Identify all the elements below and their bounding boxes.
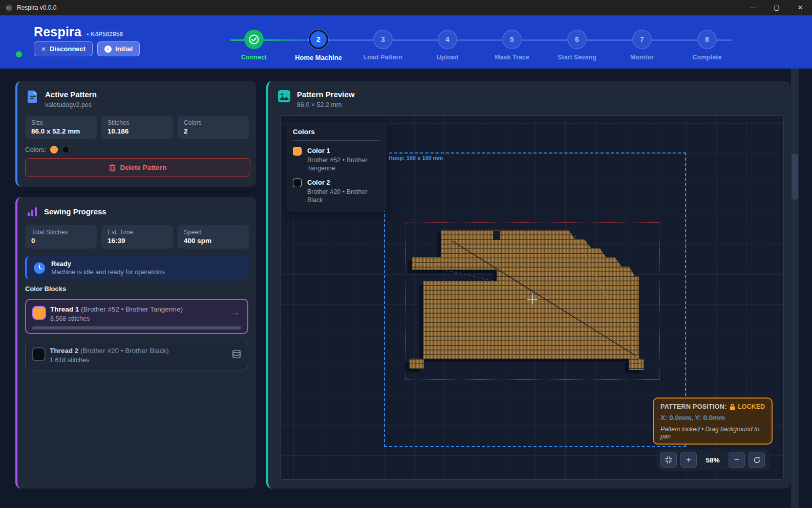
- maximize-button[interactable]: ▢: [765, 0, 788, 15]
- step-home-circle: 2: [309, 30, 328, 49]
- pattern-filename: valetudogv2.pes: [45, 101, 97, 108]
- position-coords: X: 0.0mm, Y: 0.0mm: [660, 414, 765, 422]
- window-controls: — ▢ ✕: [741, 0, 812, 15]
- thread-1-stitches: 8.568 stitches: [50, 315, 90, 322]
- document-icon: [27, 90, 38, 103]
- legend-entry-2: Color 2 Brother #20 • Brother Black: [293, 179, 380, 204]
- thread-1-swatch: [32, 306, 46, 320]
- window-titlebar: ⚙ Respira v0.0.0 — ▢ ✕: [0, 0, 812, 15]
- lock-icon: [730, 404, 735, 410]
- fit-view-button[interactable]: [660, 452, 677, 468]
- legend-swatch-2: [293, 179, 302, 187]
- minimize-button[interactable]: —: [741, 0, 765, 15]
- brand-title: Respira: [34, 25, 81, 39]
- machine-status-banner: Ready Machine is idle and ready for oper…: [25, 256, 249, 279]
- app-header: Respira • K4P502956 ✕ Disconnect ✓ Initi…: [0, 15, 812, 69]
- colors-legend: Colors Color 1 Brother #52 • Brother Tan…: [286, 122, 387, 212]
- status-desc: Machine is idle and ready for operations: [51, 269, 165, 276]
- zoom-level: 58%: [700, 456, 725, 464]
- stat-stitches: Stitches 10.186: [101, 116, 173, 139]
- scrollbar-thumb[interactable]: [792, 153, 798, 200]
- check-circle-icon: [248, 34, 260, 45]
- app-icon: ⚙: [5, 4, 13, 12]
- workflow-stepper: Connect 2 Home Machine 3 Load Pattern 4 …: [230, 15, 732, 69]
- stat-total-stitches: Total Stitches 0: [25, 225, 97, 249]
- image-icon: [278, 90, 290, 102]
- sewing-progress-card: Sewing Progress Total Stitches 0 Est. Ti…: [15, 197, 256, 489]
- clock-icon: [34, 262, 45, 274]
- zoom-toolbar: + 58% −: [657, 449, 771, 471]
- zoom-out-button[interactable]: −: [729, 452, 745, 468]
- pattern-preview-dims: 86.0 × 52.2 mm: [297, 101, 355, 108]
- close-icon: ✕: [41, 46, 46, 53]
- step-load-pattern[interactable]: 3 Load Pattern: [352, 30, 414, 61]
- close-button[interactable]: ✕: [788, 0, 812, 15]
- arrow-right-icon: →: [230, 307, 240, 318]
- pattern-preview-title: Pattern Preview: [297, 90, 355, 99]
- pattern-preview-card: Pattern Preview 86.0 × 52.2 mm Hoop: 100…: [266, 81, 791, 489]
- sewing-stats: Total Stitches 0 Est. Time 16:39 Speed 4…: [25, 225, 249, 249]
- layers-icon: [232, 349, 241, 359]
- thread-2-swatch: [32, 347, 46, 361]
- stat-size: Size 86.0 x 52.2 mm: [25, 116, 97, 139]
- thread-1-progress: [32, 326, 241, 329]
- locked-badge: LOCKED: [730, 403, 765, 410]
- step-monitor[interactable]: 7 Monitor: [611, 30, 673, 61]
- app-root: ⚙ Respira v0.0.0 — ▢ ✕ Respira • K4P5029…: [0, 0, 812, 508]
- active-pattern-card: Active Pattern valetudogv2.pes Size 86.0…: [15, 81, 256, 187]
- bar-chart-icon: [27, 206, 37, 217]
- active-pattern-title: Active Pattern: [45, 90, 97, 99]
- legend-swatch-1: [293, 147, 302, 156]
- check-circle-icon: ✓: [104, 46, 112, 53]
- trash-icon: [109, 164, 116, 171]
- zoom-in-button[interactable]: +: [680, 452, 697, 468]
- pattern-position-overlay: PATTERN POSITION: LOCKED X: 0.0mm, Y: 0.…: [653, 397, 773, 445]
- scrollbar-track[interactable]: [791, 69, 799, 508]
- preview-canvas[interactable]: Hoop: 100 x 100 mm: [280, 115, 784, 480]
- color-swatch-2: [62, 146, 70, 153]
- step-connect[interactable]: Connect: [223, 30, 285, 61]
- thread-1-block[interactable]: Thread 1 (Brother #52 • Brother Tangerin…: [25, 299, 248, 334]
- reset-view-button[interactable]: [749, 452, 765, 468]
- header-buttons: ✕ Disconnect ✓ Initial: [34, 41, 140, 56]
- status-title: Ready: [51, 260, 165, 268]
- legend-entry-1: Color 1 Brother #52 • Brother Tangerine: [293, 147, 380, 172]
- initial-button[interactable]: ✓ Initial: [97, 41, 140, 56]
- step-home-machine[interactable]: 2 Home Machine: [288, 30, 349, 61]
- pattern-colors-row: Colors:: [25, 146, 70, 153]
- pattern-stats: Size 86.0 x 52.2 mm Stitches 10.186 Colo…: [25, 116, 249, 139]
- stat-colors: Colors 2: [178, 116, 249, 139]
- disconnect-button[interactable]: ✕ Disconnect: [34, 41, 93, 56]
- machine-serial: • K4P502956: [87, 31, 123, 38]
- stat-speed: Speed 400 spm: [178, 225, 249, 249]
- step-upload[interactable]: 4 Upload: [417, 30, 478, 61]
- legend-title: Colors: [293, 128, 380, 141]
- connection-status-dot: [16, 51, 22, 57]
- step-start-sewing[interactable]: 6 Start Sewing: [546, 30, 608, 61]
- brand-row: Respira • K4P502956: [34, 25, 123, 39]
- color-swatch-1: [50, 146, 58, 153]
- step-mask-trace[interactable]: 5 Mask Trace: [481, 30, 543, 61]
- color-blocks-heading: Color Blocks: [25, 285, 66, 293]
- step-complete[interactable]: 8 Complete: [676, 30, 738, 61]
- thread-2-stitches: 1.618 stitches: [50, 357, 89, 364]
- stat-est-time: Est. Time 16:39: [101, 225, 173, 249]
- window-title: Respira v0.0.0: [17, 4, 56, 11]
- position-label: PATTERN POSITION:: [660, 403, 727, 410]
- delete-pattern-button[interactable]: Delete Pattern: [25, 158, 250, 177]
- step-connect-circle: [244, 30, 264, 49]
- compress-icon: [665, 456, 672, 463]
- refresh-icon: [753, 456, 761, 464]
- sewing-progress-title: Sewing Progress: [44, 207, 106, 217]
- position-hint: Pattern locked • Drag background to pan: [660, 426, 765, 440]
- thread-2-block[interactable]: Thread 2 (Brother #20 • Brother Black) 1…: [25, 341, 248, 370]
